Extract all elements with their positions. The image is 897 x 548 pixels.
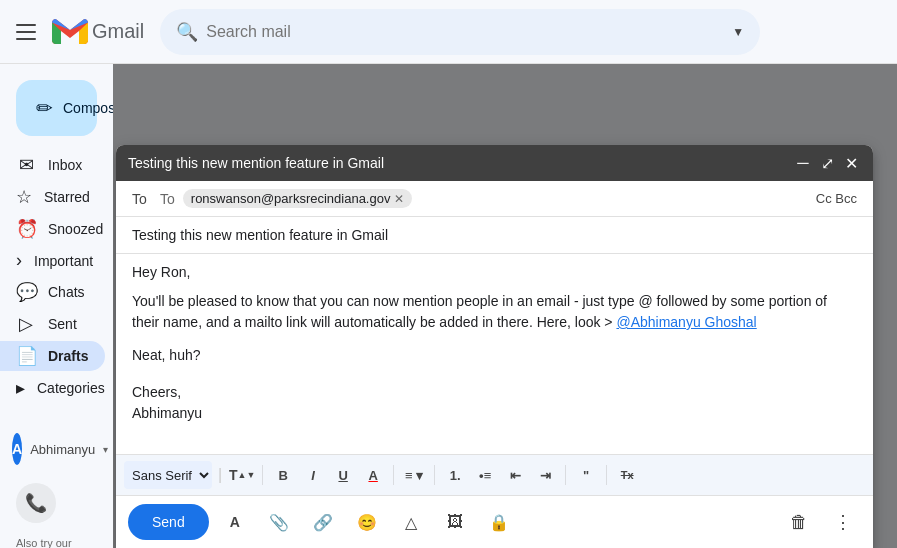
- compose-header[interactable]: Testing this new mention feature in Gmai…: [116, 145, 873, 181]
- to-text: To: [160, 191, 175, 207]
- format-icon: A: [230, 514, 240, 530]
- categories-icon: ▸: [16, 377, 25, 399]
- email-neat: Neat, huh?: [132, 345, 857, 366]
- font-family-select[interactable]: Sans Serif: [124, 461, 212, 489]
- cc-bcc-link[interactable]: Cc Bcc: [816, 191, 857, 206]
- compose-icon: ✏: [36, 96, 53, 120]
- sidebar-item-snoozed[interactable]: ⏰ Snoozed: [0, 214, 105, 244]
- sidebar-item-categories[interactable]: ▸ Categories: [0, 373, 105, 403]
- minimize-button[interactable]: ─: [793, 153, 813, 173]
- inbox-icon: ✉: [16, 154, 36, 176]
- chat-icon: 💬: [16, 281, 36, 303]
- compose-bottom-toolbar: Send A 📎 🔗 😊 △: [116, 495, 873, 548]
- gmail-header: Gmail 🔍 ▼: [0, 0, 897, 64]
- send-button[interactable]: Send: [128, 504, 209, 540]
- user-name: Abhimanyu: [30, 442, 95, 457]
- trash-icon: 🗑: [790, 512, 808, 533]
- toolbar-divider-5: [606, 465, 607, 485]
- snooze-icon: ⏰: [16, 218, 36, 240]
- search-bar[interactable]: 🔍 ▼: [160, 9, 760, 55]
- avatar: A: [12, 433, 22, 465]
- sidebar-item-starred[interactable]: ☆ Starred: [0, 182, 105, 212]
- photo-button[interactable]: 🖼: [437, 504, 473, 540]
- email-content: You'll be pleased to know that you can n…: [132, 291, 857, 333]
- sidebar-item-label: Categories: [37, 380, 105, 396]
- toolbar-divider-4: [565, 465, 566, 485]
- numbered-list-button[interactable]: 1.: [441, 461, 469, 489]
- phone-circle: 📞: [16, 483, 56, 523]
- drive-button[interactable]: △: [393, 504, 429, 540]
- menu-icon[interactable]: [16, 24, 36, 40]
- link-icon: 🔗: [313, 513, 333, 532]
- paperclip-icon: 📎: [269, 513, 289, 532]
- recipient-chip[interactable]: ronswanson@parksrecindiana.gov ✕: [183, 189, 413, 208]
- decrease-indent-button[interactable]: ⇤: [501, 461, 529, 489]
- bold-button[interactable]: B: [269, 461, 297, 489]
- important-icon: ›: [16, 250, 22, 271]
- discard-button[interactable]: 🗑: [781, 504, 817, 540]
- drive-icon: △: [405, 513, 417, 532]
- blockquote-button[interactable]: ": [572, 461, 600, 489]
- also-try-text: Also try our mobile apps: [0, 533, 113, 548]
- to-field: To To ronswanson@parksrecindiana.gov ✕ C…: [116, 181, 873, 217]
- search-input[interactable]: [206, 23, 724, 41]
- subject-field: [116, 217, 873, 253]
- recipient-email: ronswanson@parksrecindiana.gov: [191, 191, 391, 206]
- sidebar-item-label: Starred: [44, 189, 90, 205]
- expand-button[interactable]: ⤢: [817, 153, 837, 173]
- sidebar-user[interactable]: A Abhimanyu ▾: [0, 425, 113, 473]
- compose-button[interactable]: ✏ Compose: [16, 80, 97, 136]
- closing-name: Abhimanyu: [132, 403, 857, 424]
- sidebar: ✏ Compose ✉ Inbox ☆ Starred ⏰ Snoozed › …: [0, 64, 113, 548]
- sidebar-item-sent[interactable]: ▷ Sent: [0, 309, 105, 339]
- sidebar-item-label: Inbox: [48, 157, 82, 173]
- font-color-button[interactable]: A: [359, 461, 387, 489]
- to-label: To: [132, 191, 160, 207]
- font-size-button[interactable]: T▲▼: [228, 461, 256, 489]
- phone-section[interactable]: 📞: [0, 475, 113, 531]
- remove-recipient-icon[interactable]: ✕: [394, 192, 404, 206]
- remove-formatting-button[interactable]: Tx: [613, 461, 641, 489]
- sidebar-item-label: Sent: [48, 316, 77, 332]
- phone-icon: 📞: [25, 492, 47, 514]
- sidebar-item-inbox[interactable]: ✉ Inbox: [0, 150, 105, 180]
- compose-window: Testing this new mention feature in Gmai…: [116, 145, 873, 548]
- compose-header-actions: ─ ⤢ ✕: [793, 153, 861, 173]
- sidebar-item-important[interactable]: › Important: [0, 246, 105, 275]
- lock-icon: 🔒: [489, 513, 509, 532]
- toolbar-divider-1: [262, 465, 263, 485]
- align-button[interactable]: ≡ ▾: [400, 461, 428, 489]
- subject-input[interactable]: [132, 227, 857, 243]
- toolbar-divider-3: [434, 465, 435, 485]
- increase-indent-button[interactable]: ⇥: [531, 461, 559, 489]
- mention-link[interactable]: @Abhimanyu Ghoshal: [616, 314, 756, 330]
- emoji-icon: 😊: [357, 513, 377, 532]
- toolbar-divider-2: [393, 465, 394, 485]
- sidebar-item-label: Drafts: [48, 348, 88, 364]
- close-button[interactable]: ✕: [841, 153, 861, 173]
- attach-button[interactable]: 📎: [261, 504, 297, 540]
- sidebar-item-chats[interactable]: 💬 Chats: [0, 277, 105, 307]
- sidebar-item-drafts[interactable]: 📄 Drafts: [0, 341, 105, 371]
- user-dropdown-icon[interactable]: ▾: [103, 444, 108, 455]
- gmail-logo: Gmail: [52, 18, 144, 45]
- search-dropdown-icon[interactable]: ▼: [732, 25, 744, 39]
- sent-icon: ▷: [16, 313, 36, 335]
- main-content: Testing this new mention feature in Gmai…: [113, 64, 897, 548]
- format-options-button[interactable]: A: [217, 504, 253, 540]
- emoji-button[interactable]: 😊: [349, 504, 385, 540]
- gmail-logo-text: Gmail: [92, 20, 144, 43]
- more-options-button[interactable]: ⋮: [825, 504, 861, 540]
- link-button[interactable]: 🔗: [305, 504, 341, 540]
- email-closing: Cheers, Abhimanyu: [132, 382, 857, 424]
- star-icon: ☆: [16, 186, 32, 208]
- search-icon: 🔍: [176, 21, 198, 43]
- underline-button[interactable]: U: [329, 461, 357, 489]
- confidential-button[interactable]: 🔒: [481, 504, 517, 540]
- sidebar-item-label: Snoozed: [48, 221, 103, 237]
- italic-button[interactable]: I: [299, 461, 327, 489]
- compose-body[interactable]: Hey Ron, You'll be pleased to know that …: [116, 254, 873, 454]
- more-icon: ⋮: [834, 511, 852, 533]
- compose-fields: To To ronswanson@parksrecindiana.gov ✕ C…: [116, 181, 873, 254]
- bullet-list-button[interactable]: •≡: [471, 461, 499, 489]
